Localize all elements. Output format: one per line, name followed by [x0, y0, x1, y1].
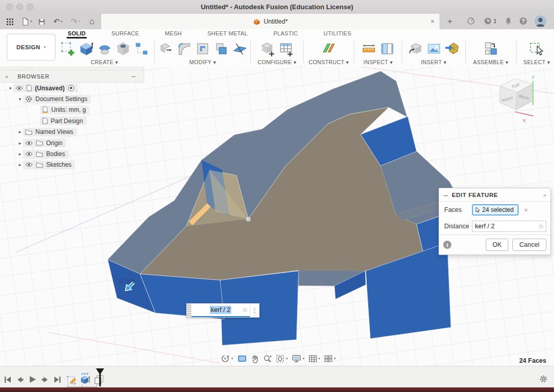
chevron-right-icon[interactable]: ▸ [17, 151, 23, 156]
measure-icon[interactable] [361, 41, 377, 56]
pan-button[interactable] [251, 355, 259, 363]
step-forward-button[interactable] [42, 376, 49, 383]
eye-icon[interactable] [25, 141, 33, 146]
eye-icon[interactable] [25, 162, 33, 167]
timeline-settings-gear-icon[interactable] [539, 375, 548, 383]
active-component-radio-icon[interactable] [68, 85, 74, 91]
window-close-button[interactable] [6, 4, 13, 10]
window-zoom-button[interactable] [27, 4, 33, 10]
configure-part-icon[interactable] [260, 41, 275, 56]
window-minimize-button[interactable] [16, 4, 23, 10]
insert-mesh-icon[interactable] [445, 41, 460, 56]
job-status-button[interactable]: 1 [484, 17, 497, 25]
eye-icon[interactable] [15, 86, 23, 91]
manipulator-overflow-menu[interactable]: ⋮ [250, 304, 259, 317]
browser-item-label[interactable]: Units: mm, g [51, 106, 86, 113]
chevron-right-icon[interactable]: ▸ [17, 141, 23, 146]
assemble-icon[interactable] [483, 41, 499, 57]
manipulator-distance-input[interactable]: kerf / 2 fx [191, 304, 250, 317]
browser-item-label[interactable]: (Unsaved) [35, 85, 65, 92]
redo-button[interactable]: ↷ ▾ [71, 14, 80, 29]
tab-close-icon[interactable]: × [430, 17, 434, 25]
combine-icon[interactable] [213, 41, 229, 56]
tab-plastic[interactable]: PLASTIC [272, 29, 299, 38]
minimize-panel-icon[interactable]: – [132, 72, 135, 80]
skip-to-end-button[interactable] [54, 376, 61, 383]
home-button[interactable]: ⌂ [89, 14, 94, 29]
shell-icon[interactable] [195, 41, 210, 56]
split-body-icon[interactable] [232, 41, 247, 56]
browser-item-label[interactable]: Origin [46, 140, 63, 147]
grid-settings-button[interactable]: ▾ [309, 355, 321, 362]
notifications-bell-icon[interactable] [504, 17, 512, 25]
display-settings-button[interactable]: ▾ [292, 355, 305, 363]
browser-item-document-settings[interactable]: ▾ Document Settings [0, 93, 144, 104]
dialog-detach-icon[interactable]: » [543, 192, 546, 198]
manipulator-input-value[interactable]: kerf / 2 [210, 306, 231, 314]
insert-image-icon[interactable] [426, 41, 442, 56]
browser-item-origin[interactable]: ▸ Origin [0, 138, 144, 148]
tab-sheet-metal[interactable]: SHEET METAL [206, 29, 249, 38]
faces-selection-chip[interactable]: 24 selected [472, 204, 519, 215]
hole-icon[interactable] [115, 41, 131, 56]
browser-item-units[interactable]: Units: mm, g [0, 105, 144, 115]
browser-item-named-views[interactable]: ▸ Named Views [0, 127, 144, 138]
help-icon[interactable]: ? [520, 17, 527, 25]
viewport-canvas[interactable]: TOP RIGHT BACK Y X 0.106 « BROWSER – ▾ [0, 67, 554, 366]
browser-item-part-design[interactable]: Part Design [0, 115, 144, 126]
chevron-right-icon[interactable]: ▸ [17, 129, 23, 134]
save-button[interactable] [38, 14, 46, 29]
tab-utilities[interactable]: UTILITIES [323, 29, 352, 38]
tab-mesh[interactable]: MESH [164, 29, 183, 38]
distance-input[interactable]: kerf / 2 fx [472, 221, 546, 232]
skip-to-start-button[interactable] [4, 376, 11, 383]
press-pull-icon[interactable] [158, 41, 173, 56]
new-tab-button[interactable]: + [443, 14, 457, 29]
browser-item-bodies[interactable]: ▸ Bodies [0, 148, 144, 159]
dialog-minimize-icon[interactable]: – [444, 191, 448, 199]
info-icon[interactable]: i [443, 241, 451, 249]
browser-item-label[interactable]: Document Settings [35, 95, 87, 103]
chevron-down-icon[interactable]: ▾ [17, 96, 23, 102]
fit-button[interactable]: ▾ [276, 355, 288, 363]
viewports-button[interactable]: ▾ [324, 355, 336, 362]
design-workspace-selector[interactable]: DESIGN ▾ [7, 34, 55, 61]
configure-table-icon[interactable] [279, 41, 294, 56]
body-model[interactable] [108, 71, 470, 345]
document-tab[interactable]: Untitled* × [101, 14, 440, 29]
extrude-icon[interactable] [78, 41, 94, 56]
dialog-header[interactable]: – EDIT FEATURE » [439, 188, 550, 202]
timeline-sketch-item[interactable] [67, 373, 77, 386]
extensions-icon[interactable] [467, 17, 475, 25]
browser-item-sketches[interactable]: ▸ Sketches [0, 160, 144, 170]
file-menu-button[interactable]: ▾ [22, 14, 32, 29]
orbit-button[interactable]: ▾ [221, 354, 233, 363]
view-cube[interactable]: TOP RIGHT BACK Y X [500, 75, 535, 123]
ok-button[interactable]: OK [486, 239, 508, 251]
browser-item-label[interactable]: Bodies [46, 150, 65, 158]
pattern-icon[interactable] [134, 41, 149, 56]
select-icon[interactable] [528, 41, 545, 57]
step-back-button[interactable] [16, 376, 24, 383]
timeline-position-marker[interactable] [95, 368, 105, 387]
construct-plane-icon[interactable] [321, 41, 337, 57]
zoom-button[interactable] [263, 355, 272, 363]
tab-solid[interactable]: SOLID [67, 29, 87, 38]
chevron-right-icon[interactable]: ▸ [17, 162, 23, 167]
avatar[interactable] [535, 15, 546, 27]
browser-header[interactable]: « BROWSER – [0, 70, 144, 83]
play-button[interactable] [29, 376, 36, 383]
revolve-icon[interactable] [97, 41, 112, 56]
timeline-extrude-item-active[interactable] [80, 373, 91, 386]
browser-item-label[interactable]: Sketches [46, 161, 71, 168]
eye-icon[interactable] [25, 151, 33, 156]
tab-surface[interactable]: SURFACE [110, 29, 140, 38]
app-menu-icon[interactable] [6, 14, 14, 29]
look-at-button[interactable] [238, 355, 247, 362]
chevron-down-icon[interactable]: ▾ [7, 86, 13, 91]
drag-handle[interactable] [187, 304, 191, 317]
fillet-icon[interactable] [176, 41, 192, 56]
section-analysis-icon[interactable] [380, 41, 395, 56]
insert-derive-icon[interactable] [408, 41, 423, 56]
clear-selection-icon[interactable]: × [524, 206, 528, 214]
